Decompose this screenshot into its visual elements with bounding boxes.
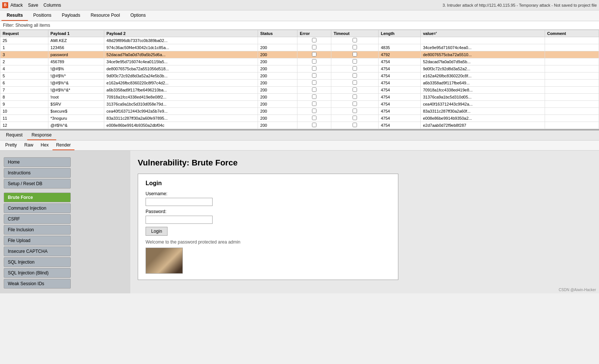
error-checkbox[interactable] (312, 102, 316, 106)
password-input[interactable] (146, 216, 213, 224)
window-title: 3. Intruder attack of http://121.40.115.… (443, 3, 597, 7)
error-checkbox[interactable] (312, 80, 316, 85)
table-row[interactable]: 1123456974c36ac50f4e43042c1dc1c85a...200… (0, 44, 599, 51)
col-status[interactable]: Status (258, 30, 297, 37)
timeout-checkbox[interactable] (353, 116, 357, 120)
password-label: Password: (146, 209, 391, 214)
table-row[interactable]: 6!@#$%^&e162a426fbc8360220c8f97c4d2...20… (0, 80, 599, 87)
table-row[interactable]: 7!@#$%^&*a6b3358ad9f117fbe6496210ba...20… (0, 87, 599, 94)
rendered-page: Home Instructions Setup / Reset DB Brute… (0, 151, 599, 293)
nav-home[interactable]: Home (4, 157, 71, 167)
error-checkbox[interactable] (312, 87, 316, 92)
nav-csrf[interactable]: CSRF (4, 214, 71, 224)
response-sub-tab-bar: Pretty Raw Hex Render (0, 141, 599, 151)
timeout-checkbox[interactable] (353, 87, 357, 92)
timeout-checkbox[interactable] (353, 66, 357, 71)
table-row[interactable]: 8!root70918a1fcc4338ed419e8e08f2...20047… (0, 94, 599, 101)
timeout-checkbox[interactable] (353, 94, 357, 99)
table-row[interactable]: 3password52dacad7fa0a0d7d9a5b25d6a...200… (0, 51, 599, 58)
tab-raw[interactable]: Raw (20, 141, 37, 150)
col-length[interactable]: Length (378, 30, 420, 37)
table-row[interactable]: 12@#$%^&e008e86be9914b9350a2dbf04c200475… (0, 122, 599, 129)
nav-sql-injection-blind[interactable]: SQL Injection (Blind) (4, 268, 71, 278)
nav-weak-session-ids[interactable]: Weak Session IDs (4, 279, 71, 289)
col-comment[interactable]: Comment (545, 30, 599, 37)
table-header-row: Request Payload 1 Payload 2 Status Error… (0, 30, 599, 37)
timeout-checkbox[interactable] (353, 73, 357, 78)
col-timeout[interactable]: Timeout (331, 30, 379, 37)
error-checkbox[interactable] (312, 123, 316, 127)
timeout-checkbox[interactable] (353, 109, 357, 113)
timeout-checkbox[interactable] (353, 52, 357, 57)
username-label: Username: (146, 191, 391, 196)
tab-pretty[interactable]: Pretty (1, 141, 20, 150)
nav-instructions[interactable]: Instructions (4, 168, 71, 178)
error-checkbox[interactable] (312, 38, 316, 42)
timeout-checkbox[interactable] (353, 123, 357, 127)
tab-options[interactable]: Options (125, 10, 151, 21)
timeout-checkbox[interactable] (353, 80, 357, 85)
menu-attack[interactable]: Attack (10, 3, 23, 8)
login-title: Login (146, 180, 391, 187)
error-checkbox[interactable] (312, 66, 316, 71)
welcome-text: Welcome to the password protected area a… (146, 239, 391, 245)
error-checkbox[interactable] (312, 94, 316, 99)
timeout-checkbox[interactable] (353, 102, 357, 106)
render-container: Home Instructions Setup / Reset DB Brute… (0, 151, 599, 293)
col-request[interactable]: Request (0, 30, 48, 37)
results-table-container[interactable]: Request Payload 1 Payload 2 Status Error… (0, 30, 599, 130)
tab-resource-pool[interactable]: Resource Pool (85, 10, 125, 21)
login-button[interactable]: Login (146, 227, 168, 236)
timeout-checkbox[interactable] (353, 45, 357, 49)
error-checkbox[interactable] (312, 73, 316, 78)
tab-results[interactable]: Results (1, 10, 28, 21)
timeout-checkbox[interactable] (353, 38, 357, 42)
req-resp-tab-bar: Request Response (0, 130, 599, 141)
error-checkbox[interactable] (312, 116, 316, 120)
login-box: Login Username: Password: Login Welcome … (138, 174, 398, 280)
username-input[interactable] (146, 198, 213, 206)
error-checkbox[interactable] (312, 45, 316, 49)
tab-hex[interactable]: Hex (37, 141, 52, 150)
app-icon: B (2, 2, 8, 8)
nav-file-inclusion[interactable]: File Inclusion (4, 225, 71, 235)
person-image (146, 248, 183, 274)
tab-positions[interactable]: Positions (28, 10, 57, 21)
main-content-area: Vulnerability: Brute Force Login Usernam… (130, 151, 599, 293)
col-value[interactable]: value=' (421, 30, 545, 37)
table-row[interactable]: 5!@#$%^9d0f3c72c92d8d3a52a24e5b3b...2004… (0, 73, 599, 80)
main-tab-bar: Results Positions Payloads Resource Pool… (0, 10, 599, 21)
table-row[interactable]: 245678934ce9e95d716074c4ea0115fa5...2004… (0, 58, 599, 65)
title-bar: B Attack Save Columns 3. Intruder attack… (0, 0, 599, 10)
menu-save[interactable]: Save (28, 3, 38, 8)
error-checkbox[interactable] (312, 52, 316, 57)
table-row[interactable]: 11*3noguru83a3311c287ff30a2a60fe97895...… (0, 115, 599, 122)
table-row[interactable]: 25AMI.KEZ48d29f896db7337cc0b389ba02... (0, 37, 599, 44)
tab-render[interactable]: Render (52, 141, 74, 150)
watermark: CSDN @Aiwin-Hacker (559, 288, 596, 292)
error-checkbox[interactable] (312, 109, 316, 113)
vulnerability-title: Vulnerability: Brute Force (138, 158, 592, 168)
results-table: Request Payload 1 Payload 2 Status Error… (0, 30, 599, 129)
filter-bar: Filter: Showing all items (0, 21, 599, 30)
tab-payloads[interactable]: Payloads (57, 10, 85, 21)
nav-setup-reset-db[interactable]: Setup / Reset DB (4, 179, 71, 189)
tab-request[interactable]: Request (1, 131, 27, 140)
table-row[interactable]: 10$secure$cea40f163712443c9942a5b7e9...2… (0, 108, 599, 115)
menu-columns[interactable]: Columns (44, 3, 61, 8)
nav-brute-force[interactable]: Brute Force (4, 193, 71, 202)
nav-file-upload[interactable]: File Upload (4, 236, 71, 245)
nav-command-injection[interactable]: Command Injection (4, 203, 71, 213)
tab-response[interactable]: Response (27, 131, 56, 140)
table-row[interactable]: 4!@#$%de80076575cba72a551056d518...20047… (0, 65, 599, 73)
timeout-checkbox[interactable] (353, 59, 357, 64)
nav-sql-injection[interactable]: SQL Injection (4, 257, 71, 267)
left-nav: Home Instructions Setup / Reset DB Brute… (0, 151, 130, 293)
col-payload2[interactable]: Payload 2 (104, 30, 258, 37)
col-error[interactable]: Error (297, 30, 331, 37)
col-payload1[interactable]: Payload 1 (48, 30, 104, 37)
nav-insecure-captcha[interactable]: Insecure CAPTCHA (4, 247, 71, 256)
error-checkbox[interactable] (312, 59, 316, 64)
table-row[interactable]: 9$SRV31376ca9a1bc5d310d058e79d...2004754… (0, 101, 599, 108)
